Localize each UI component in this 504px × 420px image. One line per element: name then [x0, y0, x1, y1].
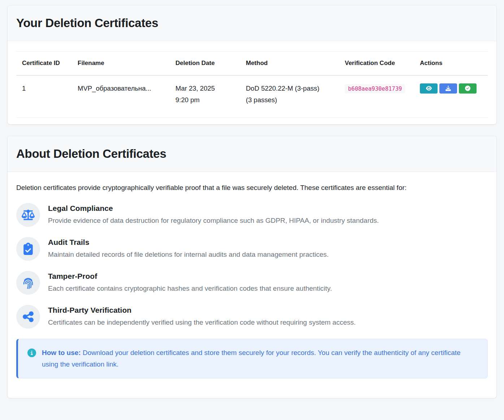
column-header-verification-code: Verification Code: [339, 52, 414, 75]
feature-text: Audit Trails Maintain detailed records o…: [48, 237, 329, 260]
deletion-date-time: 9:20 pm: [175, 94, 234, 106]
cell-certificate-id: 1: [16, 75, 72, 118]
certificates-table-head: Certificate ID Filename Deletion Date Me…: [16, 52, 488, 75]
certificates-card: Your Deletion Certificates Certificate I…: [7, 5, 497, 125]
feature-third-party-verification: Third-Party Verification Certificates ca…: [16, 305, 488, 329]
feature-tamper-proof: Tamper-Proof Each certificate contains c…: [16, 271, 488, 295]
method-passes: (3 passes): [246, 94, 333, 106]
verify-certificate-button[interactable]: [459, 83, 477, 94]
check-circle-icon: [465, 86, 470, 91]
fingerprint-icon: [16, 271, 40, 295]
page: Your Deletion Certificates Certificate I…: [0, 0, 504, 413]
feature-description: Provide evidence of data destruction for…: [48, 216, 379, 226]
feature-title: Legal Compliance: [48, 204, 379, 213]
column-header-actions: Actions: [414, 52, 488, 75]
feature-title: Audit Trails: [48, 238, 329, 247]
clipboard-check-icon: [16, 237, 40, 261]
feature-legal-compliance: Legal Compliance Provide evidence of dat…: [16, 203, 488, 227]
how-to-use-label: How to use:: [42, 349, 81, 356]
certificates-card-body: Certificate ID Filename Deletion Date Me…: [8, 41, 496, 124]
cell-actions: [414, 75, 488, 118]
share-icon: [16, 305, 40, 329]
about-card-title: About Deletion Certificates: [16, 147, 488, 161]
how-to-use-alert: How to use: Download your deletion certi…: [16, 339, 488, 378]
certificates-table: Certificate ID Filename Deletion Date Me…: [16, 51, 488, 118]
download-icon: [446, 86, 451, 91]
about-intro-text: Deletion certificates provide cryptograp…: [16, 183, 488, 193]
download-certificate-button[interactable]: [439, 83, 457, 94]
deletion-date-date: Mar 23, 2025: [175, 83, 234, 94]
feature-description: Each certificate contains cryptographic …: [48, 284, 332, 294]
column-header-method: Method: [240, 52, 339, 75]
verification-code-badge: b608aea930e81739: [345, 84, 405, 94]
about-card-body: Deletion certificates provide cryptograp…: [8, 172, 496, 398]
table-row: 1 MVP_образовательна... Mar 23, 2025 9:2…: [16, 75, 488, 118]
method-name: DoD 5220.22-M (3-pass): [246, 83, 333, 94]
column-header-deletion-date: Deletion Date: [170, 52, 240, 75]
balance-scale-icon: [16, 203, 40, 227]
feature-description: Certificates can be independently verifi…: [48, 318, 356, 328]
feature-audit-trails: Audit Trails Maintain detailed records o…: [16, 237, 488, 261]
feature-title: Third-Party Verification: [48, 306, 356, 315]
about-card-header: About Deletion Certificates: [8, 136, 496, 172]
cell-filename: MVP_образовательна...: [72, 75, 170, 118]
feature-title: Tamper-Proof: [48, 272, 332, 281]
cell-method: DoD 5220.22-M (3-pass) (3 passes): [240, 75, 339, 118]
column-header-filename: Filename: [72, 52, 170, 75]
feature-text: Tamper-Proof Each certificate contains c…: [48, 271, 332, 294]
column-header-certificate-id: Certificate ID: [16, 52, 72, 75]
eye-icon: [426, 86, 432, 91]
info-icon: [27, 348, 36, 357]
certificates-card-title: Your Deletion Certificates: [16, 16, 488, 30]
feature-text: Legal Compliance Provide evidence of dat…: [48, 203, 379, 226]
cell-deletion-date: Mar 23, 2025 9:20 pm: [170, 75, 240, 118]
about-card: About Deletion Certificates Deletion cer…: [7, 136, 497, 398]
certificates-card-header: Your Deletion Certificates: [8, 5, 496, 41]
feature-description: Maintain detailed records of file deleti…: [48, 250, 329, 260]
view-certificate-button[interactable]: [420, 83, 438, 94]
cell-verification-code: b608aea930e81739: [339, 75, 414, 118]
how-to-use-text: How to use: Download your deletion certi…: [42, 347, 478, 370]
feature-text: Third-Party Verification Certificates ca…: [48, 305, 356, 328]
